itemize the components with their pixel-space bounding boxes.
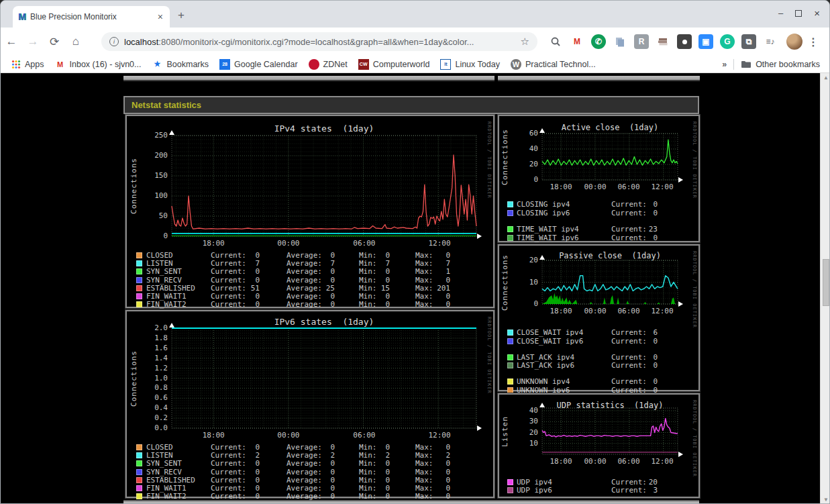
x-tick-label: 06:00	[612, 183, 645, 191]
legend-swatch-icon	[507, 362, 513, 368]
bookmark-star-icon[interactable]: ☆	[521, 36, 529, 48]
profile-avatar[interactable]	[786, 34, 802, 50]
bookmark-apps[interactable]: Apps	[11, 60, 44, 69]
extensions-puzzle-icon[interactable]: ⧉	[741, 34, 756, 49]
playlist-icon[interactable]: ≡♪	[763, 34, 778, 49]
legend-swatch-icon	[136, 444, 142, 450]
y-tick-label: 150	[140, 172, 168, 180]
legend-swatch-icon	[136, 469, 142, 475]
scroll-up-arrow-icon[interactable]: ▲	[821, 73, 830, 83]
legend-average-value: 0	[303, 460, 335, 468]
y-tick-label: 0.4	[140, 404, 168, 412]
graph-ipv6_states[interactable]: IPv6 states (1day)ConnectionsRRDTOOL / T…	[125, 310, 495, 498]
new-tab-button[interactable]: +	[178, 9, 185, 22]
forward-button[interactable]: →	[22, 35, 44, 48]
other-bookmarks-button[interactable]: Other bookmarks	[741, 59, 820, 70]
close-button[interactable]: ×	[814, 7, 820, 19]
legend-min-value: 0	[366, 444, 390, 452]
maximize-button[interactable]	[795, 10, 802, 17]
legend-current-value: 0	[227, 252, 260, 260]
legend-swatch-icon	[136, 452, 142, 458]
bookmark-inbox[interactable]: MInbox (16) - sjvn0...	[55, 59, 142, 70]
bookmark-google-calendar-icon: 28	[219, 59, 230, 70]
x-tick-label: 06:00	[348, 432, 381, 440]
bookmark-computerworld[interactable]: CWComputerworld	[358, 59, 430, 70]
legend-swatch-icon	[136, 252, 142, 258]
legend-min-value: 0	[366, 301, 390, 309]
legend-average-value: 0	[303, 301, 335, 309]
bookmarks-overflow-chevron[interactable]: »	[722, 60, 727, 69]
y-axis-arrow-icon	[169, 323, 174, 327]
bookmark-label: Practical Technol...	[525, 60, 596, 69]
gmail-icon[interactable]: M	[570, 34, 584, 49]
legend-max-value: 2	[422, 452, 450, 460]
phone-icon[interactable]: ✆	[591, 34, 606, 49]
legend-average-value: 2	[303, 452, 335, 460]
y-tick-label: 0.0	[140, 424, 168, 432]
browser-tab[interactable]: M Blue Precision Monitorix ×	[13, 6, 170, 28]
legend-current-value: 0	[631, 201, 658, 209]
address-bar[interactable]: i localhost :8080/monitorix-cgi/monitori…	[101, 32, 537, 51]
grammarly-icon[interactable]: G	[720, 34, 735, 49]
lamp-icon[interactable]	[677, 34, 692, 49]
tab-close-icon[interactable]: ×	[156, 11, 164, 22]
page-scrollbar[interactable]: ▲ ▼	[820, 73, 830, 504]
y-tick-label: 1.0	[140, 374, 168, 383]
legend-max-value: 0	[422, 485, 450, 493]
url-host: localhost	[124, 37, 158, 47]
x-tick-label: 18:00	[544, 307, 578, 315]
legend-max-value: 0	[422, 468, 450, 476]
legend-average-value: 25	[303, 285, 335, 293]
bookmark-google-calendar[interactable]: 28Google Calendar	[219, 59, 298, 70]
bookmark-zdnet[interactable]: ZDNet	[309, 59, 348, 70]
x-tick-label: 00:00	[578, 307, 612, 315]
minimize-button[interactable]: –	[778, 8, 783, 18]
video-camera-icon[interactable]: ▣	[698, 34, 713, 49]
back-button[interactable]: ←	[1, 35, 22, 48]
y-tick-label: 0.8	[140, 384, 168, 392]
browser-menu-icon[interactable]: ⋮	[805, 36, 821, 48]
legend-swatch-icon	[507, 479, 513, 485]
books-icon[interactable]	[656, 34, 670, 49]
window-controls: – ×	[778, 7, 820, 19]
legend-series-name: SYN_SENT	[146, 460, 182, 468]
legend-current-value: 0	[631, 209, 658, 217]
search-icon[interactable]	[548, 34, 563, 49]
bookmarks-divider	[733, 59, 734, 70]
x-tick-label: 12:00	[645, 307, 679, 315]
legend-current-value: 0	[631, 338, 658, 346]
x-tick-label: 12:00	[645, 183, 679, 191]
reload-button[interactable]: ⟳	[44, 35, 65, 49]
scrollbar-thumb[interactable]	[823, 259, 829, 306]
bookmark-linux-today[interactable]: ltLinux Today	[440, 59, 500, 70]
legend-series-name: SYN_RECV	[146, 468, 182, 476]
graph-active_close[interactable]: Active close (1day)ConnectionsRRDTOOL / …	[498, 115, 700, 242]
scroll-down-arrow-icon[interactable]: ▼	[821, 495, 830, 504]
graph-passive_close[interactable]: Passive close (1day)ConnectionsRRDTOOL /…	[498, 244, 700, 391]
legend-average-value: 0	[303, 268, 335, 276]
legend-average-value: 0	[303, 485, 335, 493]
graph-ipv4_states[interactable]: IPv4 states (1day)ConnectionsRRDTOOL / T…	[125, 115, 495, 308]
graph-udp_statistics[interactable]: UDP statistics (1day)ListenRRDTOOL / TOB…	[498, 393, 700, 498]
legend-current-value: 7	[227, 260, 260, 268]
y-tick-label: 1.6	[140, 344, 168, 352]
x-axis-arrow-icon	[678, 177, 683, 183]
site-info-icon[interactable]: i	[109, 37, 119, 46]
legend-max-value: 1	[422, 268, 450, 276]
legend-series-name: CLOSING ipv4	[517, 201, 570, 209]
legend-min-value: 7	[366, 260, 390, 268]
bookmark-practical-tech[interactable]: WPractical Technol...	[511, 59, 596, 70]
legend-series-name: CLOSED	[146, 444, 173, 452]
legend-swatch-icon	[136, 493, 142, 499]
y-tick-label: 10	[510, 440, 538, 448]
bookmark-bookmarks[interactable]: ★Bookmarks	[152, 59, 209, 70]
folder-icon	[741, 59, 751, 70]
y-tick-label: 0	[510, 300, 538, 308]
x-tick-label: 18:00	[544, 183, 578, 191]
home-button[interactable]: ⌂	[65, 35, 87, 48]
copy-pages-icon[interactable]	[613, 34, 627, 49]
apps-grid-icon	[11, 60, 21, 69]
legend-swatch-icon	[507, 338, 513, 344]
legend-max-value: 0	[422, 460, 450, 468]
r-app-icon[interactable]: R	[634, 34, 649, 49]
